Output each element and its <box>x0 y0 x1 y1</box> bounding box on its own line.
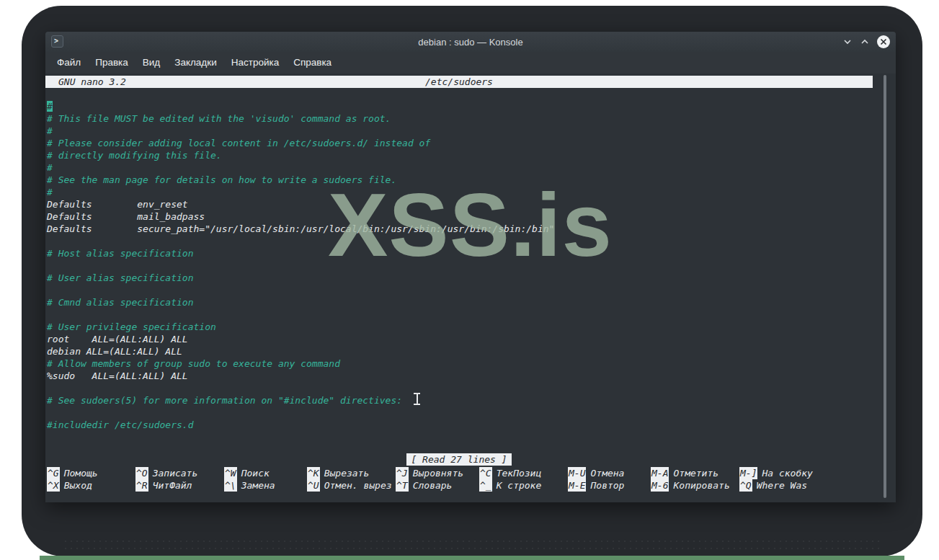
nano-status-message: [ Read 27 lines ] <box>406 453 511 466</box>
mouse-cursor-ibeam <box>414 393 420 405</box>
editor-line: # See sudoers(5) for more information on… <box>47 394 867 406</box>
editor-line: debian ALL=(ALL:ALL) ALL <box>47 345 867 357</box>
menu-item-edit[interactable]: Правка <box>88 52 135 74</box>
shortcut-label: Копировать <box>673 480 729 491</box>
shortcut-label: Вырезать <box>324 468 370 479</box>
shortcut-label: На скобку <box>762 468 812 479</box>
nano-shortcut: M-]На скобку <box>739 467 889 479</box>
nano-shortcut: ^WПоиск <box>224 467 307 479</box>
editor-line: root ALL=(ALL:ALL) ALL <box>47 333 867 345</box>
nano-shortcut: ^OЗаписать <box>135 467 224 479</box>
background-window-edge <box>40 556 904 560</box>
konsole-app-icon <box>51 35 63 48</box>
shortcut-key: ^U <box>307 479 320 492</box>
shortcut-label: Поиск <box>241 468 270 479</box>
nano-shortcut: ^XВыход <box>47 479 135 492</box>
editor-line: # Allow members of group sudo to execute… <box>47 357 867 370</box>
nano-shortcut: M-AОтметить <box>651 467 739 479</box>
editor-line <box>47 308 867 321</box>
editor-line: # This file MUST be edited with the 'vis… <box>47 112 867 125</box>
shortcut-key: M-] <box>739 467 757 479</box>
menu-item-view[interactable]: Вид <box>135 52 167 74</box>
editor-line: # Please consider adding local content i… <box>47 137 867 149</box>
scrollbar[interactable] <box>884 75 886 498</box>
nano-shortcut: ^KВырезать <box>307 467 396 479</box>
menu-bar: ФайлПравкаВидЗакладкиНастройкаСправка <box>45 52 896 74</box>
chevron-up-icon <box>860 37 870 47</box>
menu-item-bookmarks[interactable]: Закладки <box>167 52 223 74</box>
shortcut-key: ^G <box>47 467 60 479</box>
shortcut-label: К строке <box>497 480 542 491</box>
shortcut-label: Повтор <box>590 480 624 491</box>
shortcut-key: ^O <box>135 467 148 479</box>
shortcut-key: ^W <box>224 467 237 479</box>
nano-shortcut: ^GПомощь <box>47 467 135 479</box>
text-cursor-block: # <box>47 101 53 112</box>
nano-shortcut: M-UОтмена <box>568 467 651 479</box>
nano-shortcut: ^\Замена <box>224 479 307 492</box>
shortcut-key: ^T <box>396 479 409 492</box>
editor-line <box>47 406 867 419</box>
menu-item-settings[interactable]: Настройка <box>224 52 286 74</box>
editor-line: # User privilege specification <box>47 321 867 333</box>
editor-line: # <box>47 161 867 174</box>
terminal-viewport[interactable]: GNU nano 3.2 /etc/sudoers ## This file M… <box>45 74 896 502</box>
nano-shortcut: ^TСловарь <box>396 479 479 492</box>
watermark-text: XSS.is <box>328 182 613 268</box>
menu-item-help[interactable]: Справка <box>286 52 339 74</box>
editor-line: %sudo ALL=(ALL:ALL) ALL <box>47 370 867 382</box>
shortcut-key: ^X <box>47 479 60 492</box>
nano-shortcut: M-6Копировать <box>651 479 739 492</box>
nano-shortcut: ^_К строке <box>479 479 568 492</box>
nano-shortcut: ^QWhere Was <box>739 479 889 492</box>
maximize-button[interactable] <box>860 37 870 47</box>
panel-texture <box>65 539 879 552</box>
shortcut-label: Замена <box>241 480 275 491</box>
editor-line: # <box>47 100 867 112</box>
shortcut-label: Помощь <box>64 468 98 479</box>
shortcut-label: Выровнять <box>413 468 463 479</box>
shortcut-label: Where Was <box>757 480 807 491</box>
nano-shortcut: ^RЧитФайл <box>135 479 224 492</box>
window-title: debian : sudo — Konsole <box>45 37 896 48</box>
shortcut-label: Отмен. вырез <box>324 480 392 491</box>
close-icon <box>880 38 887 45</box>
nano-filename: /etc/sudoers <box>45 76 873 87</box>
shortcut-key: ^K <box>307 467 320 479</box>
shortcut-key: ^C <box>479 467 492 479</box>
editor-line: # Cmnd alias specification <box>47 296 867 308</box>
nano-status-bar: [ Read 27 lines ] <box>45 453 873 466</box>
titlebar[interactable]: debian : sudo — Konsole <box>45 32 896 52</box>
shortcut-label: Отметить <box>673 468 718 479</box>
shortcut-key: ^Q <box>739 479 752 492</box>
nano-title-bar: GNU nano 3.2 /etc/sudoers <box>45 76 873 88</box>
nano-shortcut: ^CТекПозиц <box>479 467 568 479</box>
editor-line <box>47 382 867 394</box>
nano-shortcut: ^JВыровнять <box>396 467 479 479</box>
shortcut-label: ТекПозиц <box>497 468 542 479</box>
menu-item-file[interactable]: Файл <box>50 52 88 74</box>
shortcut-key: M-A <box>651 467 669 479</box>
nano-shortcut-bar: ^GПомощь^OЗаписать^WПоиск^KВырезать^JВыр… <box>47 467 889 492</box>
editor-line <box>47 284 867 296</box>
shortcut-key: M-6 <box>651 479 669 492</box>
chevron-down-icon <box>842 37 853 47</box>
editor-line: # directly modifying this file. <box>47 149 867 161</box>
shortcut-key: M-U <box>568 467 586 479</box>
shortcut-label: Выход <box>64 480 92 491</box>
shortcut-key: ^_ <box>479 479 492 492</box>
editor-line: # <box>47 125 867 137</box>
nano-shortcut: M-EПовтор <box>568 479 651 492</box>
close-button[interactable] <box>877 35 890 48</box>
shortcut-key: ^J <box>396 467 409 479</box>
minimize-button[interactable] <box>842 37 853 47</box>
shortcut-key: M-E <box>568 479 586 492</box>
shortcut-key: ^R <box>135 479 148 492</box>
shortcut-label: ЧитФайл <box>153 480 192 491</box>
shortcut-label: Записать <box>153 468 198 479</box>
shortcut-label: Отмена <box>590 468 624 479</box>
editor-line: #includedir /etc/sudoers.d <box>47 419 867 431</box>
nano-shortcut: ^UОтмен. вырез <box>307 479 396 492</box>
shortcut-label: Словарь <box>413 480 453 491</box>
shortcut-key: ^\ <box>224 479 237 492</box>
